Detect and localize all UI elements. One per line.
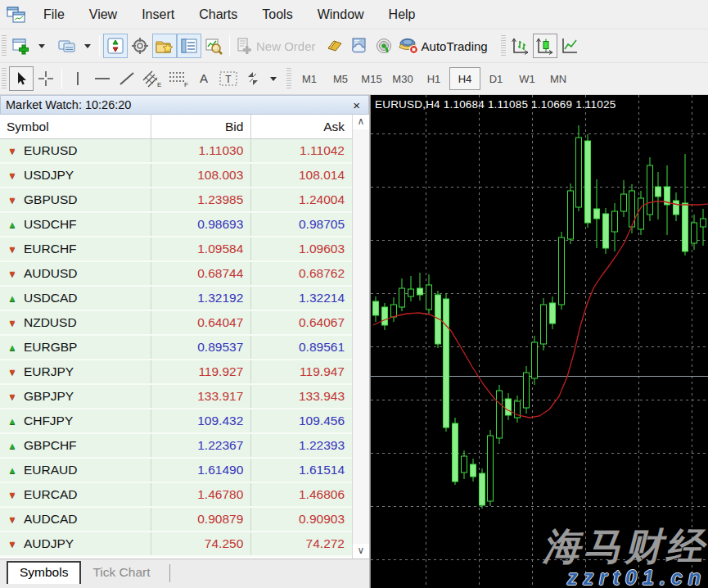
toolbar-grip[interactable]	[2, 35, 7, 57]
new-chart-dropdown[interactable]	[34, 34, 50, 58]
data-window-button[interactable]	[128, 34, 152, 58]
symbol-label: USDCHF	[24, 217, 77, 232]
bid-cell: 0.68744	[151, 262, 252, 285]
menu-item-help[interactable]: Help	[377, 0, 428, 29]
close-icon[interactable]: ×	[349, 98, 363, 112]
ask-cell: 109.456	[251, 409, 352, 432]
strategy-tester-button[interactable]	[201, 34, 226, 58]
bar-chart-type-button[interactable]	[508, 34, 533, 58]
column-header-bid[interactable]: Bid	[151, 115, 252, 138]
market-watch-row-AUDJPY[interactable]: ▼AUDJPY74.25074.272	[0, 532, 352, 557]
ask-cell: 1.22393	[251, 434, 352, 457]
vertical-line-button[interactable]	[65, 66, 90, 91]
market-watch-title: Market Watch: 10:26:20	[6, 98, 349, 111]
timeframe-mn[interactable]: MN	[543, 67, 574, 90]
cursor-button[interactable]	[9, 66, 34, 91]
autotrading-button[interactable]: AutoTrading	[396, 34, 494, 58]
market-watch-column-headers[interactable]: Symbol Bid Ask	[0, 115, 352, 139]
scroll-up-icon[interactable]: ∧	[353, 115, 369, 129]
market-watch-row-USDCAD[interactable]: ▲USDCAD1.321921.32214	[0, 287, 352, 311]
timeframe-d1[interactable]: D1	[480, 67, 512, 90]
market-watch-row-EURJPY[interactable]: ▼EURJPY119.927119.947	[0, 360, 352, 385]
toolbar-grip[interactable]	[2, 68, 7, 89]
price-chart-window[interactable]: EURUSD,H4 1.10684 1.11085 1.10669 1.1102…	[370, 95, 708, 588]
new-order-label: New Order	[254, 39, 320, 53]
market-watch-scrollbar[interactable]: ∧ ∨	[352, 115, 369, 559]
profiles-dropdown[interactable]	[79, 34, 96, 58]
crosshair-button[interactable]	[34, 66, 58, 91]
bid-cell: 0.98693	[151, 213, 252, 236]
svg-text:F: F	[184, 81, 188, 88]
menu-item-window[interactable]: Window	[305, 0, 377, 29]
ask-cell: 0.68762	[251, 262, 352, 285]
arrow-down-icon: ▼	[7, 318, 18, 328]
market-watch-row-GBPUSD[interactable]: ▼GBPUSD1.239851.24004	[0, 188, 352, 213]
market-watch-row-EURAUD[interactable]: ▲EURAUD1.614901.61514	[0, 459, 352, 483]
timeframe-h1[interactable]: H1	[418, 67, 449, 90]
ask-cell: 0.89561	[251, 336, 352, 359]
toolbar-grip[interactable]	[286, 68, 291, 89]
menu-item-insert[interactable]: Insert	[129, 0, 187, 29]
new-order-button[interactable]: New Order	[233, 34, 322, 58]
market-watch-panel: Market Watch: 10:26:20 × Symbol Bid Ask …	[0, 95, 370, 559]
market-watch-row-EURCHF[interactable]: ▼EURCHF1.095841.09603	[0, 237, 352, 262]
symbol-cell: ▲CHFJPY	[0, 409, 151, 432]
ask-cell: 1.09603	[251, 237, 352, 260]
navigator-button[interactable]	[152, 34, 177, 58]
market-watch-row-AUDCAD[interactable]: ▼AUDCAD0.908790.90903	[0, 508, 352, 532]
market-watch-row-NZDUSD[interactable]: ▼NZDUSD0.640470.64067	[0, 311, 352, 336]
shapes-button[interactable]	[241, 66, 265, 91]
symbol-label: AUDUSD	[24, 266, 77, 281]
symbol-cell: ▲USDCAD	[0, 287, 151, 310]
menu-item-view[interactable]: View	[77, 0, 129, 29]
arrow-down-icon: ▼	[7, 170, 18, 180]
candlestick-chart-type-button[interactable]	[533, 34, 557, 58]
menu-item-tools[interactable]: Tools	[250, 0, 304, 29]
signals-button[interactable]	[372, 34, 396, 58]
virtual-hosting-button[interactable]	[347, 34, 372, 58]
timeframe-h4[interactable]: H4	[449, 67, 480, 90]
market-watch-row-EURGBP[interactable]: ▲EURGBP0.895370.89561	[0, 336, 352, 360]
menu-item-file[interactable]: File	[31, 0, 77, 29]
symbol-label: USDJPY	[24, 168, 74, 183]
market-watch-row-GBPCHF[interactable]: ▲GBPCHF1.223671.22393	[0, 434, 352, 459]
timeframe-m5[interactable]: M5	[325, 67, 356, 90]
trendline-button[interactable]	[115, 66, 139, 91]
toolbar-grip[interactable]	[501, 35, 506, 57]
scroll-down-icon[interactable]: ∨	[353, 544, 369, 559]
ask-cell: 1.61514	[251, 459, 352, 482]
candlestick-chart[interactable]	[371, 95, 708, 588]
column-header-ask[interactable]: Ask	[251, 115, 352, 138]
market-button[interactable]	[322, 34, 347, 58]
profiles-button[interactable]	[55, 34, 79, 58]
shapes-dropdown[interactable]	[265, 66, 282, 91]
market-watch-row-AUDUSD[interactable]: ▼AUDUSD0.687440.68762	[0, 262, 352, 287]
text-button[interactable]: A	[192, 66, 216, 91]
timeframe-m1[interactable]: M1	[294, 67, 325, 90]
market-watch-row-GBPJPY[interactable]: ▼GBPJPY133.917133.943	[0, 385, 352, 409]
market-watch-row-EURCAD[interactable]: ▼EURCAD1.467801.46806	[0, 483, 352, 508]
horizontal-line-button[interactable]	[90, 66, 115, 91]
symbol-label: EURJPY	[24, 364, 74, 379]
menu-item-charts[interactable]: Charts	[187, 0, 250, 29]
column-header-symbol[interactable]: Symbol	[0, 115, 151, 138]
terminal-button[interactable]	[177, 34, 201, 58]
market-watch-toggle-button[interactable]	[103, 34, 128, 58]
market-watch-header[interactable]: Market Watch: 10:26:20 ×	[0, 95, 369, 115]
fibonacci-button[interactable]: F	[165, 66, 192, 91]
tab-tick-chart[interactable]: Tick Chart	[81, 563, 161, 584]
timeframe-w1[interactable]: W1	[512, 67, 543, 90]
bid-cell: 119.927	[151, 360, 252, 383]
new-chart-button[interactable]	[9, 34, 34, 58]
timeframe-m30[interactable]: M30	[387, 67, 418, 90]
market-watch-row-USDCHF[interactable]: ▲USDCHF0.986930.98705	[0, 213, 352, 237]
equidistant-channel-button[interactable]: E	[139, 66, 165, 91]
line-chart-type-button[interactable]	[557, 34, 582, 58]
market-watch-row-CHFJPY[interactable]: ▲CHFJPY109.432109.456	[0, 409, 352, 434]
market-watch-row-EURUSD[interactable]: ▼EURUSD1.110301.11042	[0, 139, 352, 164]
timeframe-m15[interactable]: M15	[356, 67, 387, 90]
market-watch-row-USDJPY[interactable]: ▼USDJPY108.003108.014	[0, 164, 352, 188]
tab-symbols[interactable]: Symbols	[7, 561, 81, 584]
text-label-button[interactable]: T	[216, 66, 241, 91]
bid-cell: 1.22367	[151, 434, 252, 457]
